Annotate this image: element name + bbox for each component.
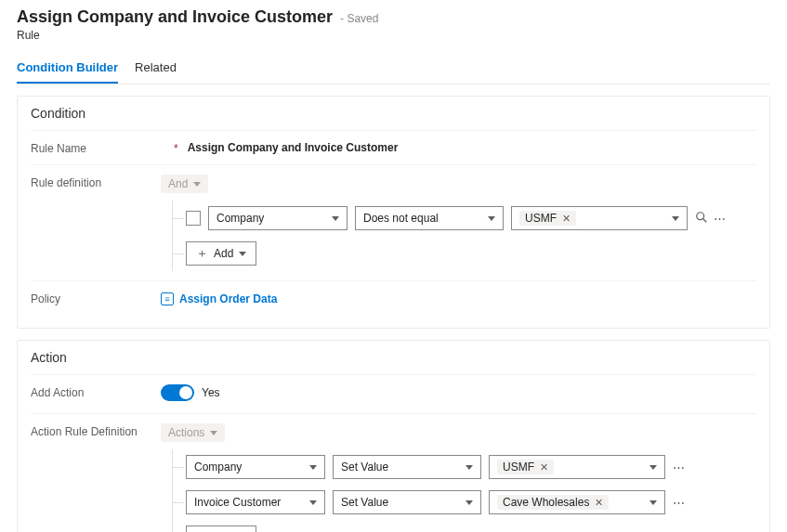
action-row: Invoice Customer Set Value Cave Wholesal… [186, 485, 756, 520]
chevron-down-icon [649, 500, 657, 505]
add-action-label: Add Action [31, 384, 161, 399]
chevron-down-icon [466, 500, 473, 505]
action-root-logic-text: Actions [168, 426, 204, 439]
condition-root-logic-text: And [168, 177, 188, 190]
policy-link-text: Assign Order Data [179, 292, 277, 305]
action-add-row: ＋ Add [186, 520, 756, 532]
action-section-title: Action [31, 350, 756, 365]
condition-root-logic-chip[interactable]: And [161, 175, 208, 193]
action-operator-value: Set Value [341, 496, 388, 509]
action-value-tag: USMF ✕ [497, 460, 554, 474]
chevron-down-icon [649, 465, 657, 470]
action-operator-value: Set Value [341, 461, 388, 474]
condition-operator-select[interactable]: Does not equal [355, 206, 504, 230]
action-add-button[interactable]: ＋ Add [186, 526, 256, 532]
tab-condition-builder[interactable]: Condition Builder [17, 55, 118, 84]
action-operator-select[interactable]: Set Value [333, 490, 481, 514]
action-row: Company Set Value USMF ✕ [186, 449, 756, 485]
plus-icon: ＋ [196, 245, 208, 262]
action-definition-label: Action Rule Definition [31, 423, 161, 438]
condition-operator-value: Does not equal [363, 212, 439, 225]
chevron-down-icon [672, 216, 679, 221]
chevron-down-icon [239, 252, 246, 256]
page-subtitle: Rule [17, 29, 770, 42]
policy-entity-icon: ≡ [161, 292, 174, 305]
condition-value-tag: USMF ✕ [519, 211, 576, 226]
action-operator-select[interactable]: Set Value [333, 455, 481, 479]
remove-tag-icon[interactable]: ✕ [540, 461, 548, 474]
condition-section-title: Condition [31, 106, 756, 121]
chevron-down-icon [488, 216, 495, 221]
condition-value-text: USMF [525, 212, 557, 225]
tab-related[interactable]: Related [135, 55, 177, 84]
required-indicator: * [174, 140, 178, 155]
svg-point-0 [697, 212, 704, 219]
rule-definition-label: Rule definition [31, 175, 161, 189]
condition-add-row: ＋ Add [186, 236, 756, 271]
condition-add-label: Add [214, 247, 233, 260]
add-action-toggle-label: Yes [202, 386, 220, 399]
chevron-down-icon [309, 500, 317, 505]
page-status-suffix: - Saved [340, 12, 378, 25]
action-field-value: Invoice Customer [194, 496, 281, 509]
action-value-select[interactable]: Cave Wholesales ✕ [489, 490, 665, 514]
policy-label: Policy [31, 291, 161, 305]
action-value-text: Cave Wholesales [503, 496, 589, 509]
chevron-down-icon [309, 465, 317, 470]
chevron-down-icon [466, 465, 473, 470]
remove-tag-icon[interactable]: ✕ [562, 213, 571, 225]
condition-field-value: Company [216, 212, 264, 225]
rule-name-value: Assign Company and Invoice Customer [188, 141, 399, 154]
rule-name-label: Rule Name [31, 140, 161, 155]
action-value-tag: Cave Wholesales ✕ [497, 495, 609, 510]
action-value-select[interactable]: USMF ✕ [489, 455, 665, 479]
toggle-thumb [179, 386, 192, 399]
policy-link[interactable]: ≡ Assign Order Data [161, 292, 277, 305]
action-root-logic-chip[interactable]: Actions [161, 423, 225, 442]
action-field-value: Company [194, 461, 242, 474]
condition-add-button[interactable]: ＋ Add [186, 241, 256, 266]
condition-row: Company Does not equal USMF ✕ [186, 201, 756, 236]
action-section: Action Add Action Yes Action Rule Defini… [17, 340, 770, 532]
chevron-down-icon [193, 182, 201, 187]
condition-section: Condition Rule Name * Assign Company and… [17, 96, 770, 329]
action-field-select[interactable]: Company [186, 455, 325, 479]
page-title: Assign Company and Invoice Customer [17, 7, 333, 27]
condition-row-checkbox[interactable] [186, 211, 201, 226]
more-icon[interactable]: ⋯ [714, 212, 728, 226]
more-icon[interactable]: ⋯ [673, 461, 687, 474]
remove-tag-icon[interactable]: ✕ [595, 497, 603, 509]
action-field-select[interactable]: Invoice Customer [186, 490, 325, 514]
more-icon[interactable]: ⋯ [673, 496, 687, 510]
chevron-down-icon [332, 216, 339, 221]
chevron-down-icon [210, 431, 217, 435]
add-action-toggle[interactable] [161, 384, 194, 401]
svg-line-1 [703, 218, 707, 222]
condition-value-select[interactable]: USMF ✕ [511, 206, 688, 230]
tab-bar: Condition Builder Related [17, 55, 770, 84]
action-value-text: USMF [503, 461, 534, 474]
condition-field-select[interactable]: Company [208, 206, 348, 230]
search-icon[interactable] [695, 211, 708, 227]
